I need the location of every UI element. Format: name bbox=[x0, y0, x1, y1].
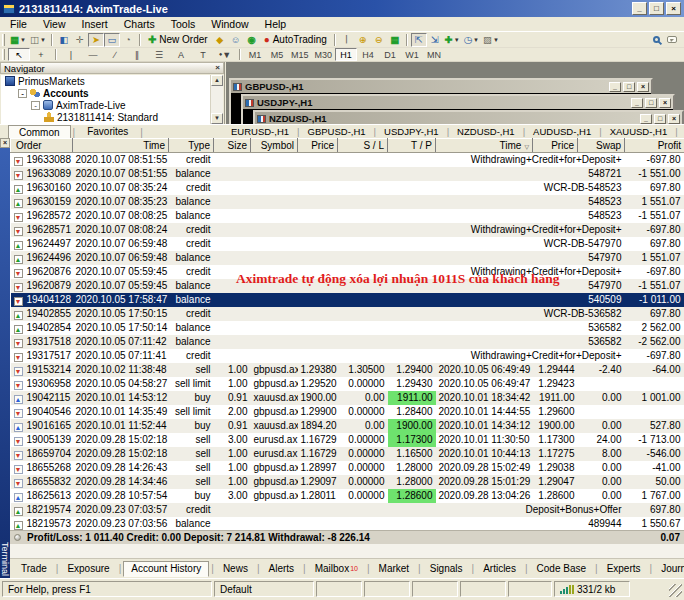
resize-grip[interactable] bbox=[669, 584, 682, 597]
table-row[interactable]: 186558322020.09.28 14:34:46sell1.00gbpus… bbox=[11, 475, 684, 489]
chart-window[interactable]: NZDUSD-,H1_□× bbox=[253, 110, 684, 124]
timeframe-h4[interactable]: H4 bbox=[357, 48, 379, 61]
chart-tab[interactable]: XAUUSD-,H1 bbox=[604, 126, 674, 137]
navigator-scrollbar[interactable]: ▲ ▼ bbox=[210, 75, 223, 124]
chart-window-title[interactable]: GBPUSD-,H1_□× bbox=[231, 80, 651, 93]
search-icon[interactable] bbox=[648, 33, 664, 47]
timeframe-m15[interactable]: M15 bbox=[288, 48, 312, 61]
table-row[interactable]: 193069582020.10.05 04:58:27sell limit1.0… bbox=[11, 377, 684, 391]
table-row[interactable]: 196244962020.10.07 06:59:48balance547970… bbox=[11, 251, 684, 265]
chart-tab[interactable]: NZDUSD-,H1 bbox=[451, 126, 521, 137]
tab-exposure[interactable]: Exposure bbox=[60, 561, 116, 577]
menu-charts[interactable]: Charts bbox=[116, 17, 163, 31]
chart-window-title[interactable]: USDJPY-,H1_□× bbox=[243, 96, 673, 109]
table-row[interactable]: 196208762020.10.07 05:59:45creditWithdra… bbox=[11, 265, 684, 279]
table-row[interactable]: 186552682020.09.28 14:26:43sell1.00gbpus… bbox=[11, 461, 684, 475]
column-header-1[interactable]: Time bbox=[73, 139, 169, 153]
close-icon[interactable]: × bbox=[215, 64, 220, 72]
nav-tab-favorites[interactable]: Favorites bbox=[77, 125, 138, 138]
community-icon[interactable]: ◉ bbox=[244, 33, 260, 47]
table-row[interactable]: 186256132020.09.28 10:57:54buy3.00gbpusd… bbox=[11, 489, 684, 503]
table-row[interactable]: 190405462020.10.01 14:35:49sell limit2.0… bbox=[11, 405, 684, 419]
terminal-toggle-icon[interactable]: ▭ bbox=[104, 33, 120, 47]
maximize-button[interactable]: □ bbox=[649, 2, 664, 15]
column-header-8[interactable]: Time▽ bbox=[436, 139, 533, 153]
minimize-button[interactable]: _ bbox=[631, 98, 643, 108]
close-button[interactable]: × bbox=[668, 114, 680, 124]
experts-icon[interactable]: ☺ bbox=[228, 33, 244, 47]
maximize-button[interactable]: □ bbox=[623, 82, 635, 92]
table-row[interactable]: 191532142020.10.02 11:38:48sell1.00gbpus… bbox=[11, 363, 684, 377]
nav-tab-common[interactable]: Common bbox=[8, 125, 71, 138]
column-header-5[interactable]: Price bbox=[298, 139, 338, 153]
table-row[interactable]: 196330882020.10.07 08:51:55creditWithdra… bbox=[11, 153, 684, 167]
close-button[interactable]: × bbox=[659, 98, 671, 108]
terminal-caption-bar[interactable]: × Terminal bbox=[0, 138, 10, 578]
chat-icon[interactable] bbox=[664, 33, 680, 47]
navigator-item[interactable]: 2131811414: Standard bbox=[1, 111, 223, 123]
timeframe-m5[interactable]: M5 bbox=[266, 48, 288, 61]
timeframe-mn[interactable]: MN bbox=[423, 48, 445, 61]
table-row[interactable]: 190051392020.09.28 15:02:18sell3.00eurus… bbox=[11, 433, 684, 447]
tab-alerts[interactable]: Alerts bbox=[262, 561, 302, 577]
metaeditor-icon[interactable]: ◆ bbox=[212, 33, 228, 47]
text-icon[interactable]: A bbox=[170, 48, 192, 61]
templates-button[interactable]: ▨▼ bbox=[481, 33, 501, 47]
toolbar-grip[interactable] bbox=[2, 34, 5, 46]
indicators-button[interactable]: ✚▼ bbox=[443, 33, 462, 47]
zoom-in-icon[interactable]: ⊕ bbox=[355, 33, 371, 47]
maximize-button[interactable]: □ bbox=[645, 98, 657, 108]
autotrading-button[interactable]: ●AutoTrading bbox=[260, 33, 331, 47]
table-row[interactable]: 196330892020.10.07 08:51:55balance548721… bbox=[11, 167, 684, 181]
maximize-button[interactable]: □ bbox=[654, 114, 666, 124]
column-header-4[interactable]: Symbol bbox=[251, 139, 298, 153]
profiles-button[interactable]: ◫▼ bbox=[28, 33, 48, 47]
timeframe-w1[interactable]: W1 bbox=[401, 48, 423, 61]
table-header-row[interactable]: OrderTimeTypeSizeSymbolPriceS / LT / PTi… bbox=[11, 139, 684, 153]
column-header-6[interactable]: S / L bbox=[338, 139, 388, 153]
table-row[interactable]: 193175182020.10.05 07:11:42balance536582… bbox=[11, 335, 684, 349]
tab-experts[interactable]: Experts bbox=[600, 561, 648, 577]
table-row[interactable]: 182195732020.09.23 07:03:56balance489944… bbox=[11, 517, 684, 531]
table-row[interactable]: 196301592020.10.07 08:35:23balance548523… bbox=[11, 195, 684, 209]
tab-journal[interactable]: Journal bbox=[654, 561, 684, 577]
new-chart-button[interactable]: ▦▼ bbox=[8, 33, 28, 47]
channel-icon[interactable]: ∥ bbox=[126, 48, 148, 61]
column-header-10[interactable]: Swap bbox=[578, 139, 625, 153]
column-header-11[interactable]: Profit bbox=[625, 139, 684, 153]
table-row[interactable]: 196244972020.10.07 06:59:48creditWCR-DB-… bbox=[11, 237, 684, 251]
data-window-icon[interactable]: ✛ bbox=[72, 33, 88, 47]
trendline-icon[interactable]: ∕ bbox=[104, 48, 126, 61]
timeframe-m30[interactable]: M30 bbox=[312, 48, 336, 61]
chart-window-title[interactable]: NZDUSD-,H1_□× bbox=[255, 112, 682, 124]
column-header-7[interactable]: T / P bbox=[388, 139, 436, 153]
table-row[interactable]: 182195742020.09.23 07:03:57creditDeposit… bbox=[11, 503, 684, 517]
tab-account-history[interactable]: Account History bbox=[123, 561, 209, 577]
label-icon[interactable]: T bbox=[192, 48, 214, 61]
minimize-button[interactable]: _ bbox=[632, 2, 647, 15]
column-header-0[interactable]: Order bbox=[11, 139, 73, 153]
shapes-button[interactable]: ⬩▼ bbox=[214, 48, 236, 61]
menu-window[interactable]: Window bbox=[203, 17, 256, 31]
close-button[interactable]: × bbox=[666, 2, 681, 15]
vertical-line-icon[interactable]: | bbox=[60, 48, 82, 61]
table-row[interactable]: 196285722020.10.07 08:08:25balance548523… bbox=[11, 209, 684, 223]
table-row[interactable]: 196208792020.10.07 05:59:45balance547970… bbox=[11, 279, 684, 293]
tab-code-base[interactable]: Code Base bbox=[530, 561, 593, 577]
chart-tab[interactable]: EURGBP-,H1 bbox=[680, 126, 684, 137]
tab-mailbox[interactable]: Mailbox10 bbox=[308, 561, 365, 577]
close-button[interactable]: × bbox=[637, 82, 649, 92]
chart-tab[interactable]: USDJPY-,H1 bbox=[378, 126, 445, 137]
table-row[interactable]: 190421152020.10.01 14:53:12buy0.91xauusd… bbox=[11, 391, 684, 405]
tree-expander-icon[interactable]: - bbox=[18, 89, 27, 98]
tab-news[interactable]: News bbox=[216, 561, 255, 577]
horizontal-line-icon[interactable]: — bbox=[82, 48, 104, 61]
chart-shift-icon[interactable]: ⇲ bbox=[427, 33, 443, 47]
tile-windows-icon[interactable]: ▦ bbox=[387, 33, 403, 47]
cursor-icon[interactable]: ↖ bbox=[8, 48, 30, 61]
navigator-item[interactable]: -Accounts bbox=[1, 87, 223, 99]
timeframe-d1[interactable]: D1 bbox=[379, 48, 401, 61]
periods-button[interactable]: ◷▼ bbox=[462, 33, 481, 47]
strategy-tester-icon[interactable]: ◔ bbox=[120, 33, 136, 47]
chart-tab[interactable]: EURUSD-,H1 bbox=[225, 126, 295, 137]
